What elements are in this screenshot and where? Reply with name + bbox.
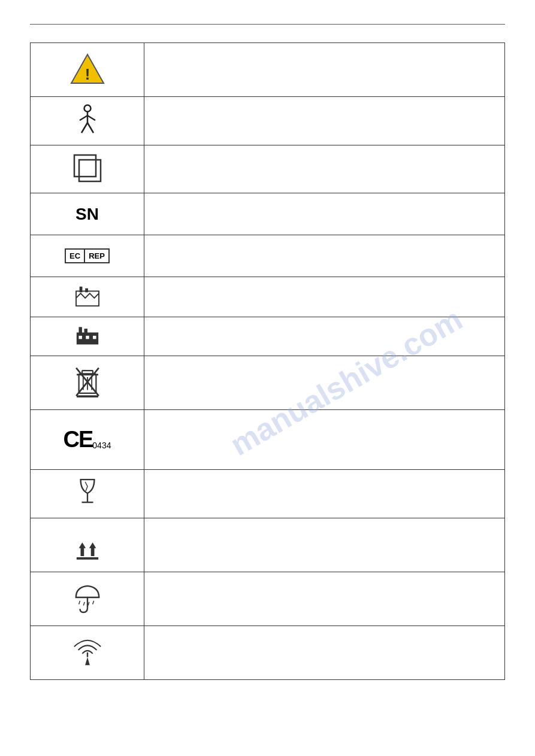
weee-desc-cell [144,356,505,410]
table-row [31,97,505,145]
wireless-icon [37,636,138,670]
wireless-desc-cell [144,626,505,680]
person-symbol-cell [31,97,144,145]
wireless-symbol-cell [31,626,144,680]
svg-rect-18 [93,336,96,339]
svg-rect-15 [84,329,87,333]
manufacturer-desc-cell [144,317,505,356]
square-desc-cell [144,145,505,193]
svg-rect-12 [85,289,88,293]
page-container: ! [0,0,535,704]
upright-desc-cell [144,518,505,572]
keepdry-symbol-cell [31,572,144,626]
svg-point-2 [84,105,90,112]
ec-label: EC [66,250,85,262]
mfgdate-desc-cell [144,277,505,317]
table-row [31,626,505,680]
svg-rect-16 [78,336,81,339]
warning-desc-cell [144,43,505,97]
weee-symbol-cell [31,356,144,410]
ecrep-symbol-cell: EC REP [31,235,144,277]
sn-desc-cell [144,193,505,235]
person-desc-cell [144,97,505,145]
manufacturer-icon [37,324,138,348]
mfgdate-symbol-cell [31,277,144,317]
weee-icon [37,366,138,400]
symbols-table: ! [30,42,505,680]
svg-line-6 [81,123,87,133]
ce-subscript: 0434 [92,441,111,450]
manufacturer-symbol-cell [31,317,144,356]
ce-desc-cell [144,410,505,470]
svg-rect-10 [76,291,99,306]
person-icon [37,104,138,138]
svg-rect-8 [74,155,96,177]
keepdry-icon [37,582,138,616]
sn-label: SN [75,205,99,223]
svg-line-4 [80,116,87,120]
svg-line-5 [87,116,95,120]
mfg-date-icon [37,284,138,309]
svg-rect-9 [79,160,101,181]
ce-symbol-cell: CE0434 [31,410,144,470]
table-row: CE0434 [31,410,505,470]
table-row [31,572,505,626]
table-row [31,145,505,193]
svg-marker-31 [89,542,95,556]
ec-rep-icon: EC REP [65,248,110,263]
fragile-icon [37,477,138,511]
svg-marker-38 [85,657,90,664]
keepdry-desc-cell [144,572,505,626]
upright-symbol-cell [31,518,144,572]
double-square-icon [37,154,138,185]
warning-symbol-cell: ! [31,43,144,97]
svg-line-37 [92,600,93,604]
ecrep-desc-cell [144,235,505,277]
table-row [31,518,505,572]
svg-text:!: ! [84,65,90,83]
svg-rect-17 [86,336,89,339]
square-symbol-cell [31,145,144,193]
svg-line-36 [87,602,89,605]
ce-mark-icon: CE0434 [64,427,111,453]
svg-rect-27 [77,395,98,397]
svg-rect-21 [77,374,98,375]
rep-label: REP [85,250,108,262]
table-row [31,277,505,317]
svg-marker-30 [78,542,85,556]
table-row [31,356,505,410]
table-row [31,317,505,356]
svg-rect-14 [78,327,81,333]
table-row [31,470,505,518]
svg-rect-32 [76,557,98,560]
fragile-desc-cell [144,470,505,518]
top-divider [30,24,505,25]
svg-rect-20 [82,371,93,374]
table-row: EC REP [31,235,505,277]
svg-line-35 [83,602,84,605]
svg-line-34 [78,600,80,604]
fragile-symbol-cell [31,470,144,518]
table-row: ! [31,43,505,97]
svg-rect-11 [79,287,82,293]
upright-icon [37,529,138,562]
sn-symbol-cell: SN [31,193,144,235]
ce-text: CE [64,427,93,453]
svg-line-7 [87,123,93,133]
warning-triangle-icon: ! [37,53,138,87]
table-row: SN [31,193,505,235]
